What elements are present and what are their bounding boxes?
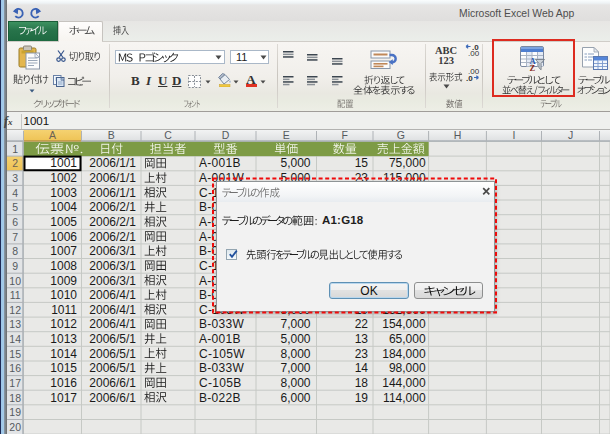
svg-text:6,000: 6,000 [280,391,310,405]
svg-text:2006/3/1: 2006/3/1 [89,259,136,273]
svg-text:16: 16 [9,362,21,374]
svg-text:23: 23 [355,347,369,361]
svg-text:17: 17 [9,377,21,389]
svg-text:2006/3/1: 2006/3/1 [89,244,136,258]
svg-text:2006/1/1: 2006/1/1 [89,186,136,200]
svg-text:A-001B: A-001B [199,156,241,170]
svg-text:8,000: 8,000 [280,376,310,390]
svg-text:2006/2/1: 2006/2/1 [89,200,136,214]
svg-text:1006: 1006 [50,230,77,244]
svg-text:1012: 1012 [50,317,77,331]
svg-text:2006/5/1: 2006/5/1 [89,361,136,375]
svg-text:1014: 1014 [50,347,77,361]
svg-text:1011: 1011 [51,303,77,317]
svg-text:6: 6 [12,216,18,228]
svg-text:2006/2/1: 2006/2/1 [89,215,136,229]
svg-text:7,000: 7,000 [280,361,310,375]
svg-text:2006/4/1: 2006/4/1 [89,317,136,331]
svg-text:1013: 1013 [50,332,77,346]
svg-text:7,000: 7,000 [280,317,310,331]
svg-text:18: 18 [355,376,369,390]
svg-text:1010: 1010 [50,288,77,302]
svg-text:1008: 1008 [50,259,77,273]
svg-text:98,000: 98,000 [389,361,426,375]
svg-text:12: 12 [9,304,21,316]
svg-text:8,000: 8,000 [280,347,310,361]
svg-text:A: A [49,129,56,141]
svg-text:144,000: 144,000 [382,376,426,390]
svg-text:11: 11 [10,289,21,301]
svg-text:65,000: 65,000 [389,332,426,346]
svg-text:2006/6/1: 2006/6/1 [89,391,136,405]
svg-text:1002: 1002 [50,171,77,185]
svg-text:H: H [454,129,462,141]
svg-text:2006/5/1: 2006/5/1 [89,332,136,346]
svg-text:114,000: 114,000 [383,391,426,405]
svg-text:C-105B: C-105B [199,376,242,390]
svg-text:G: G [397,129,405,141]
svg-text:5,000: 5,000 [280,332,310,346]
svg-text:J: J [568,129,573,141]
svg-text:1004: 1004 [50,200,77,214]
svg-text:154,000: 154,000 [382,317,426,331]
svg-text:7: 7 [12,231,18,243]
svg-text:A-001B: A-001B [199,332,241,346]
svg-text:B-033W: B-033W [199,317,245,331]
svg-text:5: 5 [12,201,18,213]
svg-text:1009: 1009 [50,274,77,288]
svg-text:1005: 1005 [50,215,77,229]
svg-text:2006/6/1: 2006/6/1 [89,376,136,390]
svg-text:F: F [342,129,348,141]
svg-text:14: 14 [355,361,369,375]
svg-text:2006/3/1: 2006/3/1 [89,274,136,288]
svg-text:184,000: 184,000 [382,347,426,361]
svg-text:20: 20 [9,421,21,433]
svg-text:2006/1/1: 2006/1/1 [89,156,136,170]
svg-text:19: 19 [355,391,369,405]
svg-text:10: 10 [9,275,21,287]
svg-text:15: 15 [9,348,21,360]
svg-text:2006/2/1: 2006/2/1 [89,230,136,244]
svg-text:9: 9 [12,260,18,272]
svg-text:I: I [513,129,516,141]
svg-text:13: 13 [355,332,369,346]
svg-text:75,000: 75,000 [389,156,426,170]
svg-text:14: 14 [9,333,21,345]
svg-text:C-105W: C-105W [199,347,245,361]
svg-text:C: C [164,129,172,141]
svg-text:1015: 1015 [50,361,77,375]
svg-text:15: 15 [355,156,369,170]
svg-text:1007: 1007 [50,244,77,258]
svg-text:1001: 1001 [50,156,77,170]
svg-text:B: B [108,129,115,141]
svg-text:13: 13 [9,318,21,330]
svg-text:2: 2 [12,157,18,169]
svg-text:1: 1 [12,143,18,155]
svg-text:8: 8 [12,245,18,257]
svg-text:1016: 1016 [50,376,77,390]
svg-text:5,000: 5,000 [280,156,310,170]
svg-text:2006/4/1: 2006/4/1 [89,288,136,302]
svg-text:1017: 1017 [50,391,77,405]
svg-text:2006/5/1: 2006/5/1 [89,347,136,361]
svg-text:1003: 1003 [50,186,77,200]
svg-text:B-033W: B-033W [199,361,245,375]
svg-text:3: 3 [12,172,18,184]
svg-text:E: E [283,129,290,141]
svg-text:2006/1/1: 2006/1/1 [89,171,136,185]
svg-text:4: 4 [12,187,18,199]
svg-text:19: 19 [9,406,21,418]
svg-text:2006/4/1: 2006/4/1 [89,303,136,317]
svg-text:B-022B: B-022B [199,391,241,405]
svg-text:18: 18 [9,392,21,404]
svg-text:22: 22 [355,317,369,331]
svg-text:D: D [222,129,230,141]
